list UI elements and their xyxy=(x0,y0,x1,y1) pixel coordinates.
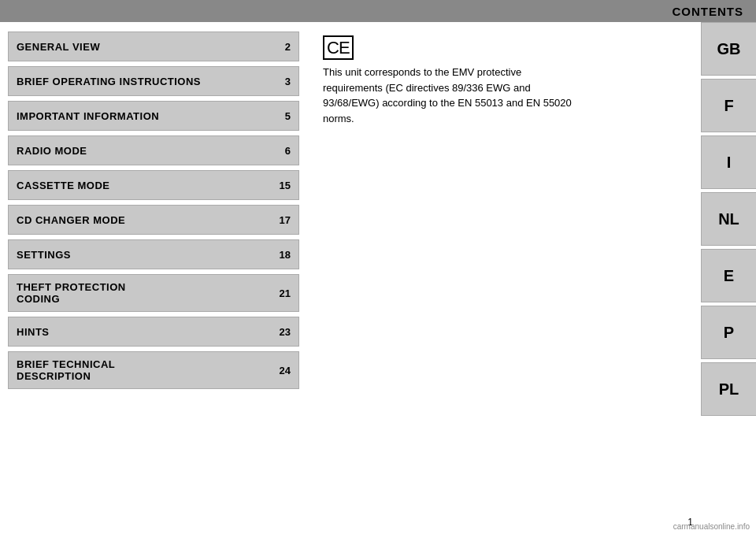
toc-item-page: 15 xyxy=(280,180,291,191)
toc-item[interactable]: THEFT PROTECTIONCODING21 xyxy=(8,274,299,312)
lang-tab-i[interactable]: I xyxy=(701,135,756,189)
lang-tab-label: F xyxy=(724,97,733,115)
toc-item[interactable]: BRIEF TECHNICALDESCRIPTION24 xyxy=(8,351,299,389)
toc-item-page: 24 xyxy=(280,365,291,376)
toc-item[interactable]: BRIEF OPERATING INSTRUCTIONS3 xyxy=(8,66,299,96)
toc-item-page: 17 xyxy=(280,214,291,226)
lang-column: GBFINLEPPL xyxy=(701,22,756,534)
toc-item[interactable]: CASSETTE MODE15 xyxy=(8,170,299,200)
toc-item-label: THEFT PROTECTIONCODING xyxy=(17,281,126,305)
toc-item[interactable]: CD CHANGER MODE17 xyxy=(8,205,299,235)
toc-item-page: 21 xyxy=(280,287,291,299)
toc-item-label: CASSETTE MODE xyxy=(17,180,109,191)
main-content: GENERAL VIEW2BRIEF OPERATING INSTRUCTION… xyxy=(0,22,756,534)
lang-tab-p[interactable]: P xyxy=(701,306,756,359)
toc-item[interactable]: HINTS23 xyxy=(8,317,299,347)
toc-item-page: 6 xyxy=(285,145,291,157)
toc-item[interactable]: GENERAL VIEW2 xyxy=(8,32,299,61)
ce-mark: CE xyxy=(323,38,685,58)
lang-tab-nl[interactable]: NL xyxy=(701,192,756,246)
toc-item-label: GENERAL VIEW xyxy=(17,41,100,53)
toc-item-page: 2 xyxy=(285,41,291,53)
toc-item-page: 3 xyxy=(285,76,291,87)
toc-column: GENERAL VIEW2BRIEF OPERATING INSTRUCTION… xyxy=(0,22,307,534)
toc-item-label: IMPORTANT INFORMATION xyxy=(17,110,159,122)
lang-tab-label: I xyxy=(727,154,732,172)
lang-tab-label: P xyxy=(724,324,734,342)
toc-item-page: 18 xyxy=(280,249,291,261)
lang-tab-e[interactable]: E xyxy=(701,249,756,302)
ce-description: This unit corresponds to the EMV protect… xyxy=(323,65,575,126)
toc-item-label: HINTS xyxy=(17,326,50,338)
lang-tab-gb[interactable]: GB xyxy=(701,22,756,76)
header-bar: CONTENTS xyxy=(0,0,756,22)
toc-item-page: 5 xyxy=(285,110,291,122)
toc-item-page: 23 xyxy=(280,326,291,338)
toc-item-label: BRIEF TECHNICALDESCRIPTION xyxy=(17,358,115,382)
toc-item-label: SETTINGS xyxy=(17,249,71,261)
toc-item[interactable]: SETTINGS18 xyxy=(8,239,299,269)
lang-tab-label: NL xyxy=(718,210,739,228)
page-title: CONTENTS xyxy=(673,5,744,18)
lang-tab-f[interactable]: F xyxy=(701,79,756,132)
toc-item[interactable]: IMPORTANT INFORMATION5 xyxy=(8,101,299,131)
toc-item[interactable]: RADIO MODE6 xyxy=(8,135,299,165)
toc-item-label: CD CHANGER MODE xyxy=(17,214,125,226)
lang-tab-label: GB xyxy=(717,40,741,58)
lang-tab-pl[interactable]: PL xyxy=(701,362,756,416)
lang-tab-label: E xyxy=(724,267,734,285)
center-column: CE This unit corresponds to the EMV prot… xyxy=(307,22,701,534)
lang-tab-label: PL xyxy=(719,380,739,399)
toc-item-label: RADIO MODE xyxy=(17,145,87,157)
toc-item-label: BRIEF OPERATING INSTRUCTIONS xyxy=(17,76,201,87)
watermark-text: carmanualsonline.info xyxy=(673,522,750,531)
